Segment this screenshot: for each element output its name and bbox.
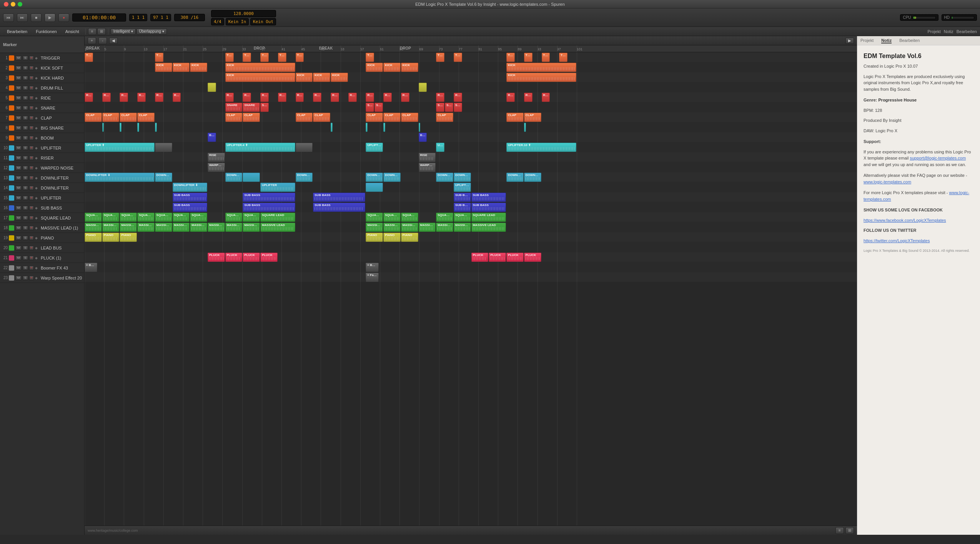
clip-1-15[interactable]: KICK [173,63,190,72]
clip-4-32[interactable]: RIDE [137,93,146,102]
clip-12-101[interactable]: DOWNLIFTER.4 ⬇ [383,173,401,182]
track-solo-5[interactable]: S [23,96,28,100]
clip-20-161[interactable]: PLUCK [225,253,243,262]
track-mute-10[interactable]: M [15,146,22,150]
clip-16-131[interactable]: SQUARE L [383,213,401,222]
record-button[interactable]: ● [58,13,69,22]
clip-1-20[interactable]: KICK [401,63,418,72]
clip-17-143[interactable]: MASSIVE LEAD [208,223,225,232]
clip-14-110[interactable]: SUB BASS [173,193,207,202]
clip-4-31[interactable]: RIDE [120,93,128,102]
track-row-17[interactable]: 17 M S R ◆ SQUARE LEAD [0,213,84,223]
bottom-btn-1[interactable]: ≡ [835,527,844,534]
track-mute-2[interactable]: M [15,66,22,70]
clip-16-135[interactable]: SQUARE LEAD [471,213,506,222]
clip-17-145[interactable]: MASSIVE L [243,223,260,232]
rewind-button[interactable]: ⏮ [3,13,14,22]
track-record-16[interactable]: R [29,206,34,210]
clip-17-138[interactable]: MASSIVE L [120,223,137,232]
track-solo-1[interactable]: S [23,56,28,60]
clip-4-40[interactable]: RIDE [313,93,321,102]
track-solo-8[interactable]: S [23,126,28,130]
track-mute-19[interactable]: M [15,236,22,240]
track-row-3[interactable]: 3 M S R ◆ KICK HARD [0,73,84,83]
clip-16-127[interactable]: SQUARE L [225,213,243,222]
track-record-20[interactable]: R [29,246,34,250]
clip-2-24[interactable]: KICK [313,73,330,82]
track-row-7[interactable]: 7 M S R ◆ CLAP [0,113,84,123]
clip-0-13[interactable]: TRIGGER [559,53,567,62]
menu-functions[interactable]: Funktionen [32,28,60,35]
clip-16-130[interactable]: SQUARE L [366,213,383,222]
track-row-10[interactable]: 10 M S R ◆ UPLIFTER [0,143,84,153]
clip-9-85[interactable] [155,143,172,152]
clip-16-122[interactable]: SQUARE L [120,213,137,222]
track-record-22[interactable]: R [29,266,34,270]
track-solo-22[interactable]: S [23,266,28,270]
clip-12-100[interactable]: DOWNLIFTER.9 ⬇ [366,173,383,182]
clip-4-39[interactable]: RIDE [296,93,304,102]
clip-9-90[interactable]: UPLIFTER.10 ⬆ [506,143,576,152]
clip-2-25[interactable]: KICK [331,73,348,82]
clip-20-166[interactable]: PLUCK [506,253,524,262]
twitter-link[interactable]: https://twitter.com/LogicXTemplates [864,238,930,243]
clip-20-160[interactable]: PLUCK [208,253,225,262]
track-mute-14[interactable]: M [15,186,22,190]
clip-20-162[interactable]: PLUCK [243,253,260,262]
track-solo-3[interactable]: S [23,76,28,80]
clip-4-41[interactable]: RIDE [331,93,339,102]
track-mute-1[interactable]: M [15,56,22,60]
track-solo-7[interactable]: S [23,116,28,120]
clip-16-128[interactable]: SQUARE L [243,213,260,222]
clip-4-33[interactable]: RIDE [155,93,163,102]
track-record-11[interactable]: R [29,156,34,160]
clip-12-104[interactable]: DOWNLIFTER.11 ⬇ [506,173,524,182]
track-record-10[interactable]: R [29,146,34,150]
clip-18-157[interactable]: PIANO [366,233,383,242]
track-mute-7[interactable]: M [15,116,22,120]
track-solo-12[interactable]: S [23,166,28,170]
fast-forward-button[interactable]: ⏭ [17,13,28,22]
track-mute-5[interactable]: M [15,96,22,100]
clip-0-9[interactable]: TRIGGER [454,53,462,62]
clip-12-97[interactable]: DOWNLIFTER.1 ⬇ [225,173,243,182]
clip-14-111[interactable]: SUB BASS [243,193,295,202]
clip-17-144[interactable]: MASSIVE L [225,223,243,232]
track-record-6[interactable]: R [29,106,34,110]
clip-0-0[interactable]: TRIGGER [85,53,93,62]
track-solo-19[interactable]: S [23,236,28,240]
clip-0-8[interactable]: TRIGGER [436,53,444,62]
track-solo-9[interactable]: S [23,136,28,140]
overlap-dropdown[interactable]: Überlappung ▾ [136,28,167,35]
toolbar-btn-1[interactable]: ≡ [88,28,97,35]
clip-17-137[interactable]: MASSIVE L [102,223,120,232]
toolbar-btn-2[interactable]: ⊞ [97,28,106,35]
clip-3-28[interactable] [419,83,427,92]
track-record-4[interactable]: R [29,86,34,90]
track-solo-15[interactable]: S [23,196,28,200]
track-row-8[interactable]: 8 M S R ◆ BIG SNARE [0,123,84,133]
clip-17-146[interactable]: MASSIVE LEAD [260,223,295,232]
clip-7-80[interactable] [419,123,421,132]
faq-link[interactable]: www.logic-templates.com [864,180,911,184]
track-solo-18[interactable]: S [23,226,28,230]
clip-12-95[interactable]: DOWNLIFTER ⬇ [85,173,155,182]
clip-7-76[interactable] [155,123,157,132]
track-row-16[interactable]: 16 M S R ◆ SUB BASS [0,203,84,213]
clip-4-45[interactable]: RIDE [401,93,409,102]
clip-21-169[interactable]: ≡ Boomer FX 43 [366,263,378,272]
clip-6-59[interactable]: CLAP [85,113,102,122]
clip-4-42[interactable]: RIDE [348,93,357,102]
clip-15-115[interactable]: SUB BASS [173,203,207,212]
clip-12-103[interactable]: DOWNLIFTER.5 ⬇ [454,173,471,182]
track-record-18[interactable]: R [29,226,34,230]
facebook-link[interactable]: https://www.facebook.com/LogicXTemplates [864,218,946,223]
clip-6-63[interactable]: CLAP [225,113,243,122]
track-solo-23[interactable]: S [23,276,28,280]
clip-18-155[interactable]: PIANO [102,233,120,242]
clip-7-78[interactable] [366,123,368,132]
clip-8-82[interactable]: BOO [208,133,216,142]
mode-dropdown[interactable]: Intelligent ▾ [111,28,136,35]
clip-4-44[interactable]: RIDE [383,93,392,102]
clip-4-47[interactable]: RIDE [454,93,462,102]
